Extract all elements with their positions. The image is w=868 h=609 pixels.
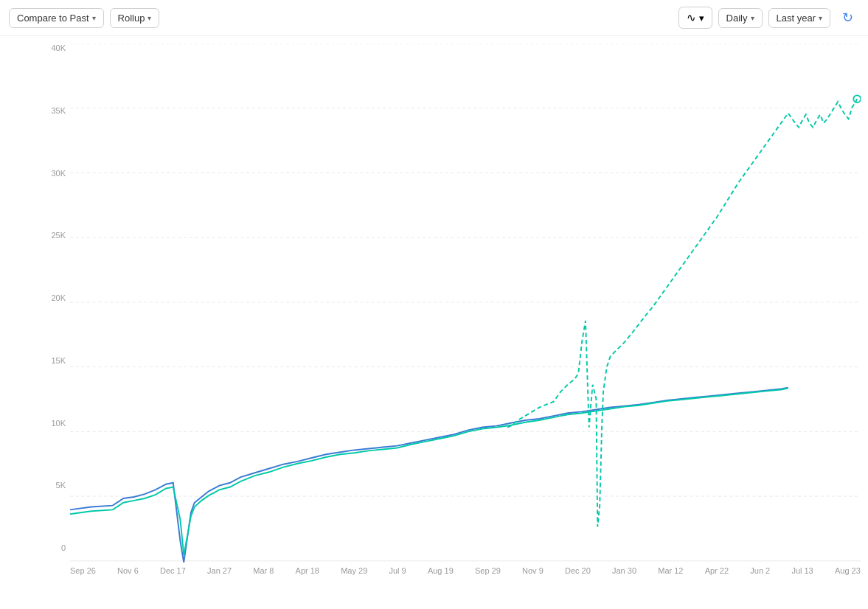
frequency-button[interactable]: Daily ▾ (718, 8, 763, 28)
chart-type-chevron-icon: ▾ (699, 13, 704, 24)
y-label-40k: 40K (37, 44, 70, 52)
x-axis: Sep 26 Nov 6 Dec 17 Jan 27 Mar 8 Apr 18 … (70, 560, 861, 582)
x-label-aug23: Aug 23 (835, 566, 861, 575)
compare-chevron-icon: ▾ (92, 14, 96, 22)
frequency-label: Daily (726, 13, 748, 24)
date-range-button[interactable]: Last year ▾ (768, 8, 830, 28)
compare-label: Compare to Past (17, 13, 89, 24)
x-label-may29: May 29 (341, 566, 367, 575)
x-label-nov6: Nov 6 (117, 566, 139, 575)
chart-area: 0 5K 10K 15K 20K 25K 30K 35K 40K (37, 44, 861, 582)
refresh-button[interactable]: ↻ (836, 6, 859, 29)
rollup-chevron-icon: ▾ (147, 14, 151, 22)
x-label-mar8: Mar 8 (253, 566, 274, 575)
y-axis: 0 5K 10K 15K 20K 25K 30K 35K 40K (37, 44, 70, 552)
x-label-dec20: Dec 20 (565, 566, 591, 575)
x-label-jun2: Jun 2 (750, 566, 770, 575)
rollup-button[interactable]: Rollup ▾ (110, 8, 160, 28)
y-label-15k: 15K (37, 356, 70, 365)
line-comparison-solid (70, 389, 788, 556)
x-label-dec17: Dec 17 (160, 566, 186, 575)
x-label-mar12: Mar 12 (658, 566, 683, 575)
y-label-0: 0 (37, 543, 70, 552)
x-label-aug19: Aug 19 (428, 566, 454, 575)
left-controls: Compare to Past ▾ Rollup ▾ (9, 8, 159, 28)
x-label-jan30: Jan 30 (612, 566, 636, 575)
x-label-jan27: Jan 27 (207, 566, 232, 575)
chart-container: 0 5K 10K 15K 20K 25K 30K 35K 40K (0, 36, 868, 609)
y-label-30k: 30K (37, 169, 70, 178)
line-current (70, 388, 788, 563)
endpoint-dashed (853, 95, 861, 102)
chart-type-button[interactable]: ∿ ▾ (678, 7, 712, 29)
x-label-sep29: Sep 29 (475, 566, 501, 575)
chart-svg (70, 44, 861, 563)
x-label-nov9: Nov 9 (522, 566, 544, 575)
x-label-apr22: Apr 22 (705, 566, 729, 575)
date-range-chevron-icon: ▾ (819, 14, 822, 22)
y-label-5k: 5K (37, 481, 70, 490)
y-label-20k: 20K (37, 293, 70, 302)
x-label-jul13: Jul 13 (791, 566, 813, 575)
rollup-label: Rollup (118, 13, 145, 24)
y-label-10k: 10K (37, 419, 70, 428)
date-range-label: Last year (777, 13, 816, 24)
chart-type-icon: ∿ (687, 11, 696, 24)
right-controls: ∿ ▾ Daily ▾ Last year ▾ ↻ (678, 6, 859, 29)
refresh-icon: ↻ (842, 10, 853, 25)
x-label-apr18: Apr 18 (296, 566, 319, 575)
x-label-sep26: Sep 26 (70, 566, 96, 575)
y-label-35k: 35K (37, 106, 70, 115)
compare-to-past-button[interactable]: Compare to Past ▾ (9, 8, 104, 28)
y-label-25k: 25K (37, 231, 70, 240)
frequency-chevron-icon: ▾ (751, 14, 754, 22)
line-dashed (507, 99, 857, 526)
toolbar: Compare to Past ▾ Rollup ▾ ∿ ▾ Daily ▾ L… (0, 0, 868, 36)
x-label-jul9: Jul 9 (389, 566, 406, 575)
